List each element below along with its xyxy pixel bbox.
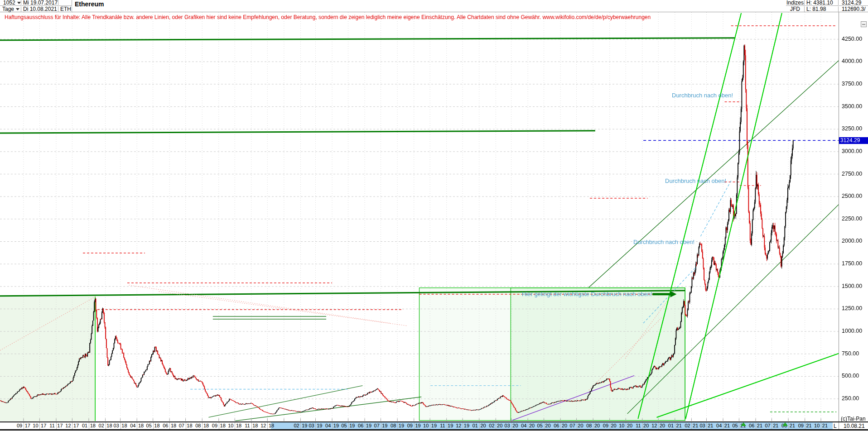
current-price-badge: 3124.29 xyxy=(839,137,868,144)
y-axis-label: 1250.00 xyxy=(842,305,862,312)
annotation-text: Hier gelingt der wichtigste Durchbruch n… xyxy=(522,291,652,297)
price-scale[interactable]: 4250.004000.003750.003500.003250.003000.… xyxy=(839,12,868,421)
y-axis-label: 1500.00 xyxy=(842,283,862,290)
high-cell: H: 4381.10 xyxy=(805,0,839,6)
y-axis-label: 2000.00 xyxy=(842,238,862,244)
period-value: Tage xyxy=(2,6,14,12)
signal-triangle-icon xyxy=(741,422,746,426)
y-axis-label: 1750.00 xyxy=(842,260,862,267)
y-axis-label: 4250.00 xyxy=(842,36,862,43)
bars-count-value: 1052 xyxy=(3,0,15,6)
bars-count-dropdown[interactable]: 1052 xyxy=(0,0,21,6)
broker-cell: JFD xyxy=(786,6,805,12)
annotation-text: Durchbruch nach oben! xyxy=(672,92,733,99)
y-axis-label: 2750.00 xyxy=(842,171,862,177)
y-axis-label: 2250.00 xyxy=(842,216,862,222)
symbol-cell: ETH xyxy=(59,6,72,12)
annotation-text: Durchbruch nach oben! xyxy=(633,239,694,245)
y-axis-label: 3250.00 xyxy=(842,125,862,132)
window-bottom-edge xyxy=(0,429,868,431)
copyright-label: (c)Tai-Pan xyxy=(841,416,866,422)
last-date-label: 10.08.21 xyxy=(844,423,865,429)
collapse-scale-icon[interactable] xyxy=(861,21,867,27)
x-axis-label: 10 21 xyxy=(810,423,832,428)
chart-plot-canvas[interactable] xyxy=(0,0,868,431)
volume-cell: 112690.3/ xyxy=(839,6,868,12)
low-cell: L: 81.98 xyxy=(805,6,839,12)
annotation-text: Durchbruch nach oben! xyxy=(665,177,726,184)
y-axis-label: 250.00 xyxy=(842,395,859,402)
chart-header: 1052 Mi 19.07.2017 Tage Di 10.08.2021 ET… xyxy=(0,0,868,12)
instrument-title: Ethereum xyxy=(75,0,104,8)
signal-triangle-icon xyxy=(782,422,788,426)
last-price-cell: 3124.29 xyxy=(839,0,868,6)
exchange-cell: Indizes xyxy=(786,0,805,6)
x-axis-label: 12 18 xyxy=(256,423,279,428)
y-axis-label: 500.00 xyxy=(842,373,859,379)
y-axis-label: 3000.00 xyxy=(842,148,862,155)
y-axis-label: 750.00 xyxy=(842,350,859,357)
disclaimer-text: Haftungsausschluss für Inhalte: Alle Tre… xyxy=(5,14,651,20)
time-axis[interactable]: 09 1710 1711 1712 1701 1802 1803 1804 18… xyxy=(0,421,868,429)
y-axis-label: 3500.00 xyxy=(842,103,862,110)
y-axis-label: 2500.00 xyxy=(842,193,862,200)
y-axis-label: 4000.00 xyxy=(842,58,862,65)
end-date-cell: Di 10.08.2021 xyxy=(22,6,58,12)
start-date-cell: Mi 19.07.2017 xyxy=(22,0,58,6)
chevron-down-icon xyxy=(17,2,21,4)
taipan-chart-window: { "header": { "bars": "1052", "start_dat… xyxy=(0,0,868,431)
period-dropdown[interactable]: Tage xyxy=(0,6,21,12)
chevron-down-icon xyxy=(16,8,19,10)
empty-cell xyxy=(59,0,72,6)
y-axis-label: 1000.00 xyxy=(842,328,862,335)
y-axis-label: 3750.00 xyxy=(842,81,862,87)
last-marker-label: L xyxy=(834,423,837,429)
